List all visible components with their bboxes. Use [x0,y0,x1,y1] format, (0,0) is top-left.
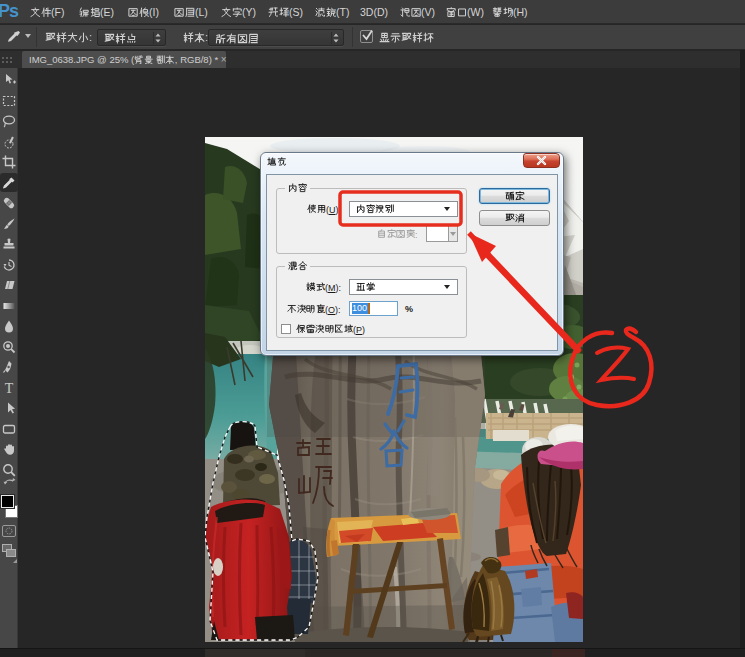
svg-text:T: T [5,381,14,396]
